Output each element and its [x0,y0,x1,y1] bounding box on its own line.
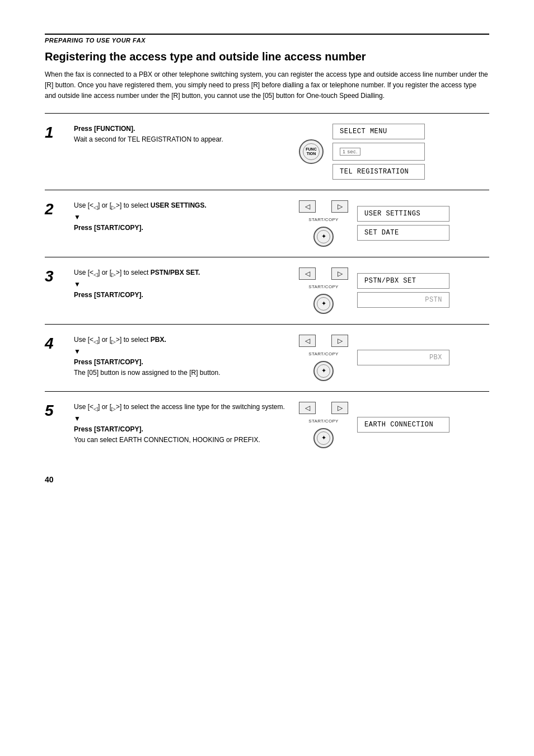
start-copy-label-3: START/COPY [308,284,338,289]
lcd-pstn-pbx-set: PSTN/PBX SET [357,273,449,289]
step-instructions-5: Use [<◁] or [▷>] to select the access li… [74,402,288,446]
nav-right-5[interactable]: ▷ [331,402,348,414]
step5-visual: ◁ ▷ START/COPY ✦ EARTH CONNECTION [299,402,489,448]
lcd-select-menu: SELECT MENU [332,124,425,139]
step-row-5: 5 Use [<◁] or [▷>] to select the access … [45,392,489,458]
nav-left-5[interactable]: ◁ [299,402,316,414]
start-copy-btn-2[interactable]: ✦ [313,227,334,247]
step5-buttons: ◁ ▷ START/COPY ✦ [299,402,348,448]
step-instructions-3: Use [<◁] or [▷>] to select PSTN/PBX SET.… [74,267,288,301]
nav-arrows-4: ◁ ▷ [299,335,348,347]
step2-bold: Press [START/COPY]. [74,224,143,232]
step-number-5: 5 [45,402,63,419]
nav-left-4[interactable]: ◁ [299,335,316,347]
step4-text: Use [<◁] or [▷>] to select PBX. [74,336,166,344]
step-row-2: 2 Use [<◁] or [▷>] to select USER SETTIN… [45,190,489,257]
step1-bold: Press [FUNCTION]. [74,125,135,133]
step-number-4: 4 [45,335,63,351]
step1-buttons: FUNCTION [299,139,324,164]
step2-lcd: USER SETTINGS SET DATE [357,206,449,241]
step4-arrow: ▼ [74,346,81,357]
step1-visual: FUNCTION SELECT MENU 1 sec. TEL REGISTRA… [299,124,489,180]
step5-arrow: ▼ [74,414,81,424]
start-copy-label-2: START/COPY [308,217,338,222]
step4-bold: Press [START/COPY]. [74,358,143,366]
nav-arrows-3: ◁ ▷ [299,267,348,280]
lcd-set-date: SET DATE [357,225,449,241]
nav-left-3[interactable]: ◁ [299,267,316,280]
nav-arrows-5: ◁ ▷ [299,402,348,414]
section-title: Registering the access type and outside … [45,49,489,64]
step-row-1: 1 Press [FUNCTION]. Wait a second for TE… [45,114,489,190]
start-copy-label-4: START/COPY [308,351,338,356]
step5-bold: Press [START/COPY]. [74,425,143,433]
nav-left-2[interactable]: ◁ [299,200,316,213]
nav-arrows-2: ◁ ▷ [299,200,348,213]
lcd-user-settings: USER SETTINGS [357,206,449,222]
step3-bold: Press [START/COPY]. [74,291,143,299]
step4-visual: ◁ ▷ START/COPY ✦ PBX [299,335,489,381]
step-row-3: 3 Use [<◁] or [▷>] to select PSTN/PBX SE… [45,257,489,325]
nav-right-4[interactable]: ▷ [331,335,348,347]
nav-right-2[interactable]: ▷ [331,200,348,213]
step2-visual: ◁ ▷ START/COPY ✦ USER SETTINGS SET DATE [299,200,489,247]
start-copy-btn-5[interactable]: ✦ [313,428,334,448]
step1-lcd: SELECT MENU 1 sec. TEL REGISTRATION [332,124,425,180]
step3-lcd: PSTN/PBX SET PSTN [357,273,449,308]
step3-visual: ◁ ▷ START/COPY ✦ PSTN/PBX SET PSTN [299,267,489,314]
step-number-1: 1 [45,124,63,140]
intro-text: When the fax is connected to a PBX or ot… [45,69,489,102]
function-button[interactable]: FUNCTION [299,139,324,164]
lcd-pbx: PBX [357,350,449,365]
lcd-earth-connection: EARTH CONNECTION [357,417,449,433]
start-copy-label-5: START/COPY [308,419,338,424]
step4-note: The [05] button is now assigned to the [… [74,369,221,377]
step4-lcd: PBX [357,350,449,365]
step2-buttons: ◁ ▷ START/COPY ✦ [299,200,348,247]
step5-lcd: EARTH CONNECTION [357,417,449,433]
step3-text: Use [<◁] or [▷>] to select PSTN/PBX SET. [74,269,200,276]
step2-arrow: ▼ [74,212,81,223]
start-copy-btn-4[interactable]: ✦ [313,361,334,381]
step5-text: Use [<◁] or [▷>] to select the access li… [74,403,285,411]
lcd-tel-registration: TEL REGISTRATION [332,164,425,180]
step4-buttons: ◁ ▷ START/COPY ✦ [299,335,348,381]
steps-container: 1 Press [FUNCTION]. Wait a second for TE… [45,113,489,458]
start-copy-btn-3[interactable]: ✦ [313,294,334,314]
lcd-pstn: PSTN [357,292,449,308]
nav-right-3[interactable]: ▷ [331,267,348,280]
step-instructions-1: Press [FUNCTION]. Wait a second for TEL … [74,124,288,145]
step1-text: Wait a second for TEL REGISTRATION to ap… [74,135,223,143]
step-instructions-4: Use [<◁] or [▷>] to select PBX. ▼ Press … [74,335,288,379]
timer-badge: 1 sec. [340,148,360,156]
page-number: 40 [45,475,489,484]
step-row-4: 4 Use [<◁] or [▷>] to select PBX. ▼ Pres… [45,325,489,392]
page-header: PREPARING TO USE YOUR FAX [45,34,489,44]
step-instructions-2: Use [<◁] or [▷>] to select USER SETTINGS… [74,200,288,234]
step-number-3: 3 [45,267,63,284]
step2-text: Use [<◁] or [▷>] to select USER SETTINGS… [74,201,207,209]
step3-arrow: ▼ [74,279,81,290]
lcd-timer: 1 sec. [332,143,425,161]
step-number-2: 2 [45,200,63,217]
step3-buttons: ◁ ▷ START/COPY ✦ [299,267,348,314]
step5-note: You can select EARTH CONNECTION, HOOKING… [74,436,260,444]
